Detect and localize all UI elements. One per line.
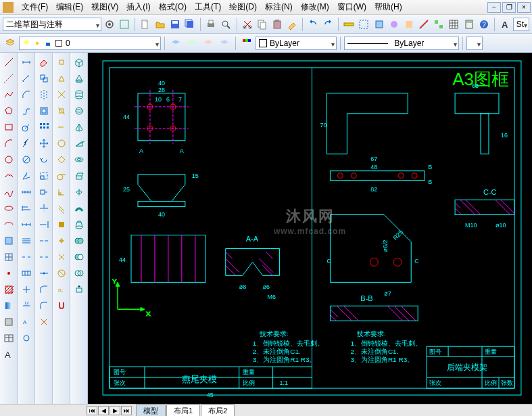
rotate-icon[interactable] bbox=[37, 152, 51, 167]
fillet-icon[interactable] bbox=[37, 298, 51, 313]
menu-edit[interactable]: 编辑(E) bbox=[52, 0, 87, 14]
scale-icon[interactable] bbox=[37, 168, 51, 183]
dim-linear-icon[interactable] bbox=[19, 55, 34, 70]
layer-tools-icon[interactable] bbox=[217, 36, 232, 51]
match-icon[interactable] bbox=[285, 17, 299, 32]
gradient-icon[interactable] bbox=[1, 298, 16, 313]
region-icon[interactable] bbox=[1, 315, 16, 329]
menu-window[interactable]: 窗口(W) bbox=[333, 0, 370, 14]
tab-layout1[interactable]: 布局1 bbox=[166, 405, 200, 417]
revcloud-icon[interactable] bbox=[1, 168, 16, 183]
layer-prev-icon[interactable] bbox=[168, 36, 183, 51]
magnet-icon[interactable] bbox=[54, 298, 69, 313]
intersect-icon[interactable] bbox=[72, 266, 87, 281]
layer-selector[interactable]: 0 bbox=[19, 37, 161, 50]
menu-draw[interactable]: 绘图(D) bbox=[225, 0, 261, 14]
presspull-icon[interactable] bbox=[72, 282, 87, 297]
layer-iso-icon[interactable] bbox=[201, 36, 216, 51]
pline-icon[interactable] bbox=[1, 87, 16, 102]
snap-appint-icon[interactable] bbox=[54, 103, 69, 118]
menu-insert[interactable]: 插入(I) bbox=[122, 0, 154, 14]
snap-set-icon[interactable]: n. bbox=[54, 282, 69, 297]
qselect-icon[interactable] bbox=[357, 17, 370, 32]
table-icon[interactable] bbox=[447, 17, 460, 32]
minimize-button[interactable]: − bbox=[487, 2, 501, 13]
tool1-icon[interactable] bbox=[387, 17, 401, 32]
insert-icon[interactable] bbox=[1, 233, 16, 248]
drawing-canvas[interactable]: A3图框 40 28 44 10 6 7 A A bbox=[88, 53, 532, 404]
erase-icon[interactable] bbox=[37, 55, 51, 70]
trim-icon[interactable] bbox=[37, 201, 51, 216]
tab-model[interactable]: 模型 bbox=[136, 405, 166, 417]
open-icon[interactable] bbox=[153, 17, 167, 32]
chamfer-icon[interactable] bbox=[37, 282, 51, 297]
extrude-icon[interactable] bbox=[72, 168, 87, 183]
snap-nod-icon[interactable] bbox=[54, 233, 69, 248]
help-icon[interactable]: ? bbox=[477, 17, 491, 32]
wedge-icon[interactable] bbox=[72, 136, 87, 151]
dim-continue-icon[interactable] bbox=[19, 217, 34, 232]
extend-icon[interactable] bbox=[37, 217, 51, 232]
polygon-icon[interactable] bbox=[1, 103, 16, 118]
centermark-icon[interactable] bbox=[19, 282, 34, 297]
offset-icon[interactable] bbox=[37, 103, 51, 118]
snap-qua-icon[interactable] bbox=[54, 152, 69, 167]
mirror-icon[interactable] bbox=[37, 87, 51, 102]
tab-prev-button[interactable]: ◀ bbox=[98, 406, 109, 415]
menu-view[interactable]: 视图(V) bbox=[87, 0, 122, 14]
save-icon[interactable] bbox=[168, 17, 182, 32]
menu-modify[interactable]: 修改(M) bbox=[297, 0, 333, 14]
cone-icon[interactable] bbox=[72, 71, 87, 86]
tolerance-icon[interactable] bbox=[19, 266, 34, 281]
copy-icon[interactable] bbox=[256, 17, 269, 32]
tab-first-button[interactable]: ⏮ bbox=[87, 406, 97, 415]
explode-icon[interactable] bbox=[37, 315, 51, 329]
ellipse-icon[interactable] bbox=[1, 201, 16, 216]
cylinder-icon[interactable] bbox=[72, 87, 87, 102]
dim-ordinate-icon[interactable] bbox=[19, 103, 34, 118]
dim-baseline-icon[interactable] bbox=[19, 201, 34, 216]
menu-file[interactable]: 文件(F) bbox=[18, 0, 52, 14]
torus-icon[interactable] bbox=[72, 152, 87, 167]
stretch-icon[interactable] bbox=[37, 185, 51, 200]
style-selector[interactable]: St bbox=[513, 18, 529, 31]
rect-icon[interactable] bbox=[1, 120, 16, 135]
gear-icon[interactable] bbox=[103, 17, 116, 32]
textstyle-icon[interactable]: A bbox=[498, 17, 512, 32]
hatch-icon[interactable] bbox=[1, 282, 16, 297]
snap-cen-icon[interactable] bbox=[54, 136, 69, 151]
tool2-icon[interactable] bbox=[402, 17, 416, 32]
block-make-icon[interactable] bbox=[1, 250, 16, 264]
point-icon[interactable] bbox=[1, 266, 16, 281]
lineweight-selector[interactable] bbox=[466, 37, 483, 50]
measure-icon[interactable] bbox=[342, 17, 356, 32]
union-icon[interactable] bbox=[72, 233, 87, 248]
dim-diameter-icon[interactable] bbox=[19, 152, 34, 167]
layer-mgr-icon[interactable] bbox=[3, 36, 18, 51]
spline-icon[interactable] bbox=[1, 185, 16, 200]
join-icon[interactable] bbox=[37, 266, 51, 281]
snap-par-icon[interactable] bbox=[54, 201, 69, 216]
subtract-icon[interactable] bbox=[72, 250, 87, 264]
snap-int-icon[interactable] bbox=[54, 87, 69, 102]
menu-dim[interactable]: 标注(N) bbox=[261, 0, 297, 14]
dim-aligned-icon[interactable] bbox=[19, 71, 34, 86]
snap-ins-icon[interactable] bbox=[54, 217, 69, 232]
restore-button[interactable]: ❐ bbox=[502, 2, 516, 13]
menu-format[interactable]: 格式(O) bbox=[155, 0, 191, 14]
dim-space-icon[interactable] bbox=[19, 233, 34, 248]
copy-obj-icon[interactable] bbox=[37, 71, 51, 86]
dim-jogged-icon[interactable] bbox=[19, 136, 34, 151]
new-icon[interactable] bbox=[139, 17, 152, 32]
undo-icon[interactable] bbox=[306, 17, 320, 32]
tool4-icon[interactable] bbox=[432, 17, 445, 32]
block-icon[interactable] bbox=[372, 17, 386, 32]
box-icon[interactable] bbox=[72, 55, 87, 70]
dim-radius-icon[interactable] bbox=[19, 120, 34, 135]
dim-break-icon[interactable] bbox=[19, 250, 34, 264]
close-button[interactable]: × bbox=[517, 2, 531, 13]
break-pt-icon[interactable] bbox=[37, 233, 51, 248]
ellipse-arc-icon[interactable] bbox=[1, 217, 16, 232]
dim-tedit-icon[interactable]: A bbox=[19, 315, 34, 329]
saveall-icon[interactable] bbox=[183, 17, 197, 32]
